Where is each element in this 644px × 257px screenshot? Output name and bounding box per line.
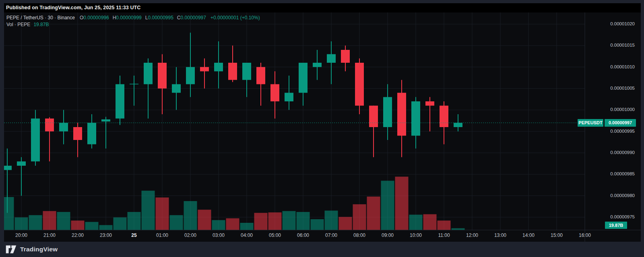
time-tick-label: 22:00 — [64, 232, 92, 238]
symbol-title: PEPE / TetherUS · 30 · Binance — [6, 15, 75, 21]
candle-body — [411, 101, 420, 136]
time-tick-label: 23:00 — [92, 232, 120, 238]
volume-bar — [325, 211, 338, 230]
candle-body — [116, 84, 124, 118]
candle-body — [4, 166, 12, 170]
volume-bar — [4, 197, 14, 230]
price-tick-label: 0.00000990 — [586, 150, 635, 155]
candle-body — [158, 63, 167, 88]
candle-body — [256, 67, 265, 84]
time-tick-label: 02:00 — [176, 232, 204, 238]
candle-body — [425, 101, 434, 106]
candle-body — [440, 106, 448, 127]
candle-body — [397, 93, 406, 136]
time-tick-label: 21:00 — [35, 232, 64, 238]
time-tick-label: 11:00 — [430, 232, 458, 238]
volume-bar — [57, 212, 70, 230]
price-tick-label: 0.00001000 — [586, 107, 635, 112]
candle-body — [355, 63, 364, 106]
volume-bar — [367, 197, 380, 230]
volume-bar — [240, 223, 254, 230]
volume-bar — [226, 218, 239, 230]
time-tick-label: 14:00 — [514, 232, 543, 238]
volume-bar — [114, 218, 127, 230]
volume-bar — [85, 222, 99, 230]
publish-banner: Published on TradingView.com, Jun 25, 20… — [4, 3, 641, 12]
time-tick-label: 03:00 — [204, 232, 233, 238]
chart-panel[interactable]: PEPE / TetherUS · 30 · Binance O0.000009… — [4, 12, 641, 242]
candle-body — [383, 97, 392, 127]
legend-symbol-row: PEPE / TetherUS · 30 · Binance O0.000009… — [6, 14, 260, 21]
volume-bar — [184, 201, 197, 230]
candle-body — [214, 63, 223, 71]
volume-bar — [381, 181, 394, 230]
volume-bar — [142, 191, 155, 230]
time-tick-label: 15:00 — [543, 232, 571, 238]
price-tick-label: 0.00000980 — [586, 193, 635, 198]
volume-bar — [170, 215, 183, 230]
candle-body — [228, 63, 237, 80]
time-tick-label: 06:00 — [289, 232, 317, 238]
candle-body — [101, 119, 110, 121]
time-tick-label: 01:00 — [148, 232, 176, 238]
volume-bar — [212, 220, 225, 230]
candle-body — [45, 119, 54, 132]
candle-body — [454, 123, 462, 127]
time-tick-label: 08:00 — [345, 232, 374, 238]
volume-bar — [297, 212, 310, 230]
volume-bar — [99, 225, 113, 230]
volume-bar — [353, 204, 366, 230]
price-tick-label: 0.00001005 — [586, 86, 635, 90]
candle-body — [172, 84, 181, 93]
legend-volume-row: Vol · PEPE 19.87B — [6, 21, 260, 27]
tradingview-logo-icon[interactable] — [6, 245, 17, 254]
volume-bar — [43, 211, 56, 230]
candle-body — [270, 84, 279, 101]
volume-bar — [268, 212, 282, 230]
time-tick-label: 12:00 — [458, 232, 486, 238]
candle-body — [73, 127, 82, 140]
price-tick-label: 0.00000975 — [586, 214, 635, 219]
volume-bar — [423, 214, 437, 230]
candle-body — [59, 123, 68, 131]
candle-body — [31, 119, 40, 162]
candle-body — [327, 54, 336, 63]
candle-body — [17, 161, 26, 166]
volume-bar — [339, 217, 352, 230]
price-tick-label: 0.00001020 — [586, 21, 635, 26]
volume-bar — [128, 212, 141, 230]
volume-bar — [198, 210, 211, 230]
tradingview-brand-link[interactable]: TradingView — [20, 246, 58, 253]
candlestick-chart[interactable] — [4, 12, 641, 242]
candle-body — [144, 63, 153, 84]
chart-legend: PEPE / TetherUS · 30 · Binance O0.000009… — [6, 14, 260, 28]
volume-bar — [29, 215, 42, 230]
ohlc-close: C0.00000997 — [177, 15, 206, 21]
candle-body — [87, 123, 96, 144]
volume-bar — [15, 218, 28, 230]
volume-label: Vol · PEPE — [6, 22, 30, 27]
candle-body — [299, 63, 308, 93]
price-tick-label: 0.00001015 — [586, 43, 635, 47]
time-tick-label: 07:00 — [317, 232, 345, 238]
ohlc-high: H0.00000999 — [113, 15, 142, 21]
time-tick-label: 16:00 — [571, 232, 599, 238]
time-tick-label: 05:00 — [261, 232, 289, 238]
price-change: +0.00000001 (+0.10%) — [211, 15, 260, 21]
candle-body — [341, 50, 350, 63]
current-volume-badge: 19.87B — [605, 222, 627, 229]
time-tick-label: 13:00 — [486, 232, 514, 238]
volume-bar — [156, 197, 169, 230]
candle-body — [242, 63, 251, 80]
candle-body — [369, 106, 378, 127]
candle-body — [313, 63, 322, 67]
current-symbol-badge: PEPEUSDT — [578, 119, 603, 127]
candle-body — [285, 93, 293, 101]
time-tick-label: 09:00 — [374, 232, 402, 238]
time-axis[interactable]: 20:0021:0022:0023:002501:0002:0003:0004:… — [4, 230, 641, 242]
tradingview-snapshot: Published on TradingView.com, Jun 25, 20… — [0, 0, 644, 257]
price-tick-label: 0.00000985 — [586, 171, 635, 176]
volume-bar — [254, 213, 268, 230]
volume-bar — [438, 220, 451, 230]
volume-bar — [395, 177, 409, 230]
